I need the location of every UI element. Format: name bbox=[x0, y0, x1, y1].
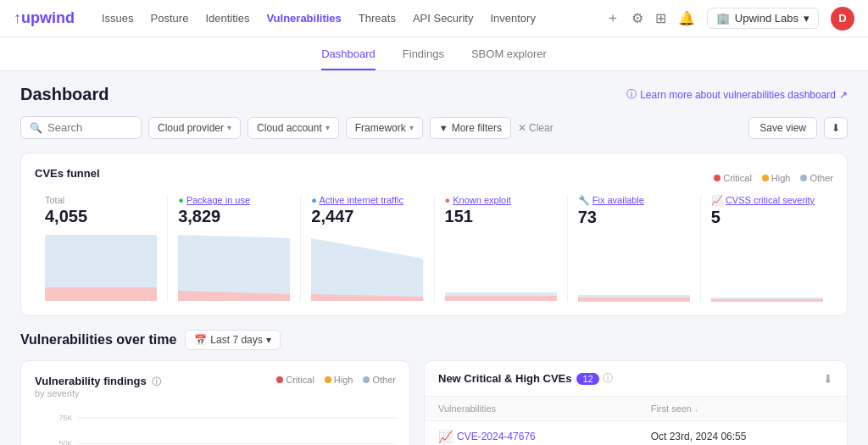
chart-title-group: Vulnerability findings ⓘ by severity bbox=[35, 375, 161, 398]
funnel-bar-5 bbox=[711, 234, 823, 302]
nav-api-security[interactable]: API Security bbox=[413, 8, 474, 28]
funnel-col-exploit: ● Known exploit 151 bbox=[435, 195, 568, 302]
funnel-col-value-3: 151 bbox=[445, 207, 557, 226]
nav-posture[interactable]: Posture bbox=[151, 8, 189, 28]
cve-table-title: New Critical & High CVEs bbox=[438, 372, 571, 385]
cve-table-column: New Critical & High CVEs 12 ⓘ ⬇ Vulnerab… bbox=[424, 360, 848, 445]
svg-marker-0 bbox=[178, 235, 290, 301]
funnel-col-label-3: ● Known exploit bbox=[445, 195, 557, 205]
funnel-col-label-4: 🔧 Fix available bbox=[578, 195, 690, 206]
learn-link[interactable]: ⓘ Learn more about vulnerabilities dashb… bbox=[626, 87, 848, 102]
org-selector[interactable]: 🏢 Upwind Labs ▾ bbox=[707, 8, 819, 29]
cve-table-header: New Critical & High CVEs 12 ⓘ ⬇ bbox=[425, 361, 847, 397]
legend-other: Other bbox=[800, 173, 833, 183]
funnel-col-fix: 🔧 Fix available 73 bbox=[568, 195, 701, 302]
funnel-bar-1 bbox=[178, 233, 290, 301]
external-link-icon: ↗ bbox=[839, 89, 848, 101]
cve-count-badge: 12 bbox=[576, 373, 598, 385]
chart-title: Vulnerability findings ⓘ bbox=[35, 375, 161, 388]
table-header-row: Vulnerabilities First seen ↓ bbox=[425, 397, 847, 421]
chart-header: Vulnerability findings ⓘ by severity Cri… bbox=[35, 375, 396, 398]
nav-issues[interactable]: Issues bbox=[102, 8, 134, 28]
save-view-button[interactable]: Save view bbox=[748, 117, 817, 139]
cloud-provider-filter[interactable]: Cloud provider ▾ bbox=[148, 117, 241, 139]
layout-icon[interactable]: ⊞ bbox=[655, 10, 666, 26]
funnel-col-cvss: 📈 CVSS critical severity 5 bbox=[701, 195, 833, 302]
sort-icon: ↓ bbox=[694, 404, 698, 414]
table-row: 📈 CVE-2024-47676 Oct 23rd, 2024 06:55 bbox=[425, 421, 847, 446]
nav-vulnerabilities[interactable]: Vulnerabilities bbox=[266, 8, 341, 28]
svg-text:50K: 50K bbox=[58, 438, 73, 445]
cve-link-0[interactable]: 📈 CVE-2024-47676 bbox=[438, 430, 624, 443]
funnel-bar-0 bbox=[45, 233, 157, 301]
funnel-col-value-2: 2,447 bbox=[311, 207, 423, 226]
tab-sbom-explorer[interactable]: SBOM explorer bbox=[471, 47, 547, 70]
nav-identities[interactable]: Identities bbox=[205, 8, 249, 28]
funnel-col-value-4: 73 bbox=[578, 208, 690, 227]
download-button[interactable]: ⬇ bbox=[824, 117, 848, 139]
table-actions: ⬇ bbox=[823, 372, 833, 386]
chevron-down-icon: ▾ bbox=[227, 123, 231, 132]
cve-funnel-card: CVEs funnel Critical High Other Total 4,… bbox=[20, 153, 848, 316]
bell-icon[interactable]: 🔔 bbox=[678, 10, 695, 26]
info-icon[interactable]: ⓘ bbox=[603, 371, 613, 386]
cloud-account-filter[interactable]: Cloud account ▾ bbox=[248, 117, 339, 139]
gear-icon[interactable]: ⚙ bbox=[632, 10, 643, 26]
app-logo: ↑upwind bbox=[14, 9, 75, 27]
filter-bar: 🔍 Cloud provider ▾ Cloud account ▾ Frame… bbox=[20, 116, 848, 139]
funnel-columns: Total 4,055 ● Package in use 3,829 bbox=[35, 195, 833, 302]
download-icon: ⬇ bbox=[832, 122, 840, 134]
vulnerability-findings-chart-card: Vulnerability findings ⓘ by severity Cri… bbox=[20, 360, 410, 445]
cve-funnel-header: CVEs funnel Critical High Other bbox=[35, 167, 833, 188]
legend-high: High bbox=[325, 375, 353, 385]
tab-dashboard[interactable]: Dashboard bbox=[321, 47, 376, 70]
cve-table: Vulnerabilities First seen ↓ bbox=[425, 397, 847, 445]
vuln-over-time-header: Vulnerabilities over time 📅 Last 7 days … bbox=[20, 330, 848, 350]
svg-rect-7 bbox=[578, 298, 690, 302]
filter-icon: ▼ bbox=[439, 123, 448, 133]
funnel-col-value-5: 5 bbox=[711, 208, 823, 227]
search-icon: 🔍 bbox=[30, 122, 42, 134]
org-icon: 🏢 bbox=[716, 12, 730, 25]
th-vulnerabilities: Vulnerabilities bbox=[425, 397, 637, 421]
framework-filter[interactable]: Framework ▾ bbox=[346, 117, 423, 139]
chart-column: Vulnerability findings ⓘ by severity Cri… bbox=[20, 360, 410, 445]
date-filter-button[interactable]: 📅 Last 7 days ▾ bbox=[185, 330, 280, 350]
page-title: Dashboard bbox=[20, 85, 108, 104]
svg-rect-9 bbox=[711, 299, 823, 302]
legend-critical: Critical bbox=[276, 375, 314, 385]
legend-critical: Critical bbox=[714, 173, 752, 183]
funnel-col-label-2: ● Active internet traffic bbox=[311, 195, 423, 205]
calendar-icon: 📅 bbox=[194, 334, 207, 346]
chart-subtitle: by severity bbox=[35, 388, 161, 398]
sub-navigation: Dashboard Findings SBOM explorer bbox=[0, 37, 868, 71]
funnel-col-value-1: 3,829 bbox=[178, 207, 290, 226]
cve-cell-0: 📈 CVE-2024-47676 bbox=[425, 421, 637, 446]
org-label: Upwind Labs bbox=[735, 12, 798, 25]
cve-icon-0: 📈 bbox=[438, 430, 453, 443]
nav-threats[interactable]: Threats bbox=[359, 8, 396, 28]
funnel-col-package: ● Package in use 3,829 bbox=[168, 195, 301, 302]
table-body: 📈 CVE-2024-47676 Oct 23rd, 2024 06:55 📈 bbox=[425, 421, 847, 446]
search-input[interactable] bbox=[47, 121, 132, 134]
first-seen-cell-0: Oct 23rd, 2024 06:55 bbox=[637, 421, 847, 446]
clear-filters-button[interactable]: ✕ Clear bbox=[518, 122, 554, 134]
th-first-seen[interactable]: First seen ↓ bbox=[637, 397, 847, 421]
two-col-layout: Vulnerability findings ⓘ by severity Cri… bbox=[20, 360, 848, 445]
main-nav: Issues Posture Identities Vulnerabilitie… bbox=[102, 8, 536, 28]
nav-inventory[interactable]: Inventory bbox=[490, 8, 535, 28]
svg-rect-5 bbox=[445, 296, 557, 301]
close-icon: ✕ bbox=[518, 122, 526, 134]
add-icon[interactable]: ＋ bbox=[606, 9, 620, 27]
chevron-down-icon: ▾ bbox=[326, 123, 330, 132]
download-icon[interactable]: ⬇ bbox=[823, 372, 833, 386]
area-chart: 75K 50K 25K 0 Oct 17 Oct 18 Oct 19 Oct 2… bbox=[35, 409, 396, 445]
avatar[interactable]: D bbox=[831, 7, 854, 31]
section-title-vuln: Vulnerabilities over time bbox=[20, 332, 176, 348]
info-icon[interactable]: ⓘ bbox=[152, 376, 161, 387]
top-navigation: ↑upwind Issues Posture Identities Vulner… bbox=[0, 0, 868, 37]
search-box[interactable]: 🔍 bbox=[20, 116, 142, 139]
page-header: Dashboard ⓘ Learn more about vulnerabili… bbox=[20, 85, 848, 104]
more-filters-button[interactable]: ▼ More filters bbox=[430, 117, 511, 139]
tab-findings[interactable]: Findings bbox=[403, 47, 444, 70]
